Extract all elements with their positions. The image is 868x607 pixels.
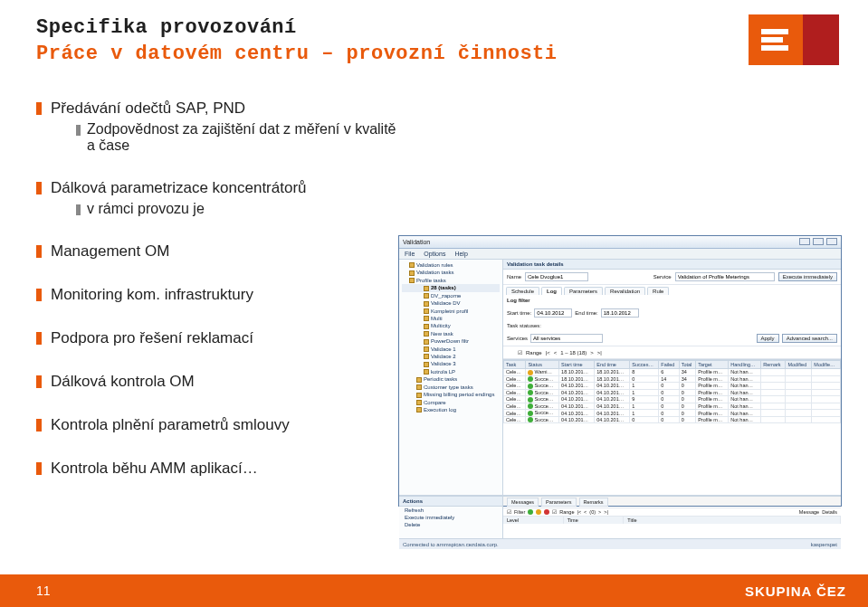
logo-orange-block [749,14,803,65]
msg-tab-messages[interactable]: Messages [507,498,539,507]
msg-dot-ok-icon[interactable] [528,509,533,515]
tree-item[interactable]: Multicity [402,322,500,329]
advanced-search-button[interactable]: Advanced search... [782,334,837,343]
range-first-icon[interactable]: |< [546,350,550,356]
action-refresh[interactable]: Refresh [399,507,502,514]
tree-item[interactable]: Compare [402,399,500,406]
msg-range-last-icon[interactable]: >| [604,509,608,515]
menu-options[interactable]: Options [424,251,445,257]
range-prev-icon[interactable]: < [554,350,558,356]
grid-header[interactable]: Handling… [729,361,761,369]
grid-header[interactable]: Target [696,361,729,369]
log-grid[interactable]: TaskStatusStart timeEnd timeSucces…Faile… [503,359,841,495]
status-connection: Connected to ammspican.cezdata.corp. [403,542,499,547]
tree-item[interactable]: Validation rules [402,261,500,269]
tree-item[interactable]: Customer type tasks [402,384,500,391]
msg-filter-check[interactable]: ☑ [507,509,511,515]
bullet-l1: Dálková parametrizace koncentrátorů [36,179,398,197]
folder-icon [416,393,422,398]
grid-header[interactable]: Start time [559,361,595,369]
folder-icon [416,377,422,383]
window-max-icon[interactable] [813,238,824,245]
grid-header[interactable]: Succes… [630,361,659,369]
msg-range-prev-icon[interactable]: < [584,509,587,515]
window-close-icon[interactable] [826,238,837,245]
tab-revalidation[interactable]: Revalidation [605,287,645,295]
tree-item[interactable]: Missing billing period endings [402,391,500,398]
tree-item[interactable]: PowerDown filtr [402,337,500,345]
grid-header[interactable]: End time [595,361,630,369]
tab-parameters[interactable]: Parameters [564,287,603,295]
msg-tab-parameters[interactable]: Parameters [541,498,576,507]
msg-range-first-icon[interactable]: |< [577,509,581,515]
action-delete[interactable]: Delete [399,521,502,528]
tree-item[interactable]: Validace 1 [402,346,500,353]
starttime-field[interactable] [534,308,572,318]
grid-header[interactable]: Failed [659,361,679,369]
tab-rule[interactable]: Rule [647,287,669,295]
window-titlebar[interactable]: Validation [399,236,841,249]
table-row[interactable]: Cele…Succe…04.10.201…04.10.201…900Profil… [504,396,841,403]
tree-item[interactable]: Validace 2 [402,353,500,360]
range-next-icon[interactable]: > [590,350,594,356]
main-panel: Validation task details Name Service Exe… [503,260,841,495]
tree-item[interactable]: Validace DV [402,299,500,307]
range-last-icon[interactable]: >| [597,350,602,356]
starttime-label: Start time: [507,310,531,316]
services-field[interactable] [530,334,603,343]
tree-item[interactable]: 28 (tasks) [402,284,500,291]
service-field[interactable] [675,272,775,281]
menu-file[interactable]: File [405,251,415,257]
log-filter-row: Log filter Start time: End time: Task st… [503,295,841,346]
status-dot-icon [528,384,533,389]
msg-tab-remarks[interactable]: Remarks [579,498,608,507]
tree-item[interactable]: DV_zaporne [402,292,500,299]
tree-item[interactable]: Validation tasks [402,269,500,276]
details-button[interactable]: Details [822,509,837,515]
execute-button[interactable]: Execute immediately [778,272,837,281]
table-row[interactable]: Cele…Succe…04.10.201…04.10.201…000Profil… [504,416,841,423]
services-label: Services [507,336,528,341]
msg-range-next-icon[interactable]: > [598,509,601,515]
grid-header[interactable]: Task [504,361,526,369]
range-check[interactable]: ☑ [518,349,522,356]
grid-header[interactable]: Total [679,361,696,369]
table-row[interactable]: Cele…Warni…18.10.201…18.10.201…8634Profi… [504,369,841,376]
menubar[interactable]: File Options Help [399,249,841,260]
tree-item[interactable]: New task [402,330,500,337]
table-row[interactable]: Cele…Succe…04.10.201…04.10.201…100Profil… [504,383,841,390]
tree-item[interactable]: Execution log [402,406,500,413]
tree-item[interactable]: Multi [402,315,500,322]
table-row[interactable]: Cele…Succe…04.10.201…04.10.201…100Profil… [504,403,841,410]
tree-item[interactable]: Profile tasks [402,277,500,284]
msg-range-label: Range [559,509,574,515]
sidebar-tree[interactable]: Validation rulesValidation tasksProfile … [399,260,503,495]
tree-item[interactable]: Periodic tasks [402,375,500,383]
folder-icon [424,286,429,291]
tab-schedule[interactable]: Schedule [506,287,539,295]
grid-header[interactable]: Modifie… [812,361,841,369]
tree-item[interactable]: Validace 3 [402,360,500,367]
table-row[interactable]: Cele…Succe…18.10.201…18.10.201…01434Prof… [504,375,841,383]
msg-dot-err-icon[interactable] [544,509,549,515]
action-execute[interactable]: Execute immediately [399,514,502,521]
task-header-row: Name Service Execute immediately [503,270,841,285]
table-row[interactable]: Cele…Succe…04.10.201…04.10.201…100Profil… [504,410,841,417]
folder-icon [424,369,429,375]
tree-item[interactable]: kotrola LP [402,368,500,375]
apply-button[interactable]: Apply [757,334,779,343]
endtime-field[interactable] [601,308,639,318]
window-min-icon[interactable] [799,238,810,245]
tab-log[interactable]: Log [541,287,562,295]
msg-range-check[interactable]: ☑ [552,509,557,515]
tree-item[interactable]: Kompletni profil [402,308,500,315]
grid-header[interactable]: Status [526,361,559,369]
grid-header[interactable]: Remark [761,361,786,369]
menu-help[interactable]: Help [454,251,467,257]
table-row[interactable]: Cele…Succe…04.10.201…04.10.201…100Profil… [504,389,841,396]
msg-dot-warn-icon[interactable] [536,509,541,515]
name-field[interactable] [525,272,588,281]
folder-icon [409,278,415,283]
grid-header[interactable]: Modified [786,361,812,369]
panel-header: Validation task details [503,260,841,270]
